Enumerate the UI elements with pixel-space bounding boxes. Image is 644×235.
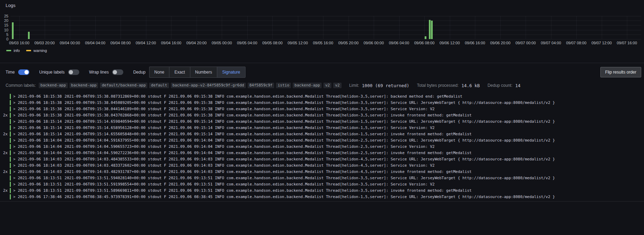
x-axis-tick-label: 09/07 16:00 xyxy=(617,41,637,45)
log-message: 2021-09-06T09:14:03.483372602+00:00 stdo… xyxy=(65,163,435,168)
chart-gridline-h xyxy=(10,39,641,39)
chart-bar-info xyxy=(28,32,30,39)
dedup-option-numbers[interactable]: Numbers xyxy=(190,67,218,77)
x-axis-tick-label: 09/06 12:00 xyxy=(439,41,460,45)
log-message: 2021-09-06T09:15:38.087312869+00:00 stdo… xyxy=(65,94,462,99)
legend-swatch-warning xyxy=(26,50,31,51)
log-row[interactable]: >2021-09-06 18:14:032021-09-06T09:14:03.… xyxy=(0,156,644,162)
log-row[interactable]: >2021-09-06 18:14:032021-09-06T09:14:03.… xyxy=(0,162,644,168)
log-row[interactable]: >2021-09-06 18:15:382021-09-06T09:15:38.… xyxy=(0,93,644,99)
expand-chevron-icon[interactable]: > xyxy=(11,145,18,149)
expand-chevron-icon[interactable]: > xyxy=(11,195,18,199)
dedup-count: 2x xyxy=(0,169,10,174)
expand-chevron-icon[interactable]: > xyxy=(11,176,18,180)
dedup-option-none[interactable]: None xyxy=(149,67,170,77)
expand-chevron-icon[interactable]: > xyxy=(11,157,18,161)
x-axis-tick-label: 09/07 00:00 xyxy=(515,41,536,45)
log-message: 2021-09-06T09:15:14.655605848+00:00 stdo… xyxy=(65,132,472,136)
wrap-lines-option: Wrap lines xyxy=(89,69,123,75)
expand-chevron-icon[interactable]: > xyxy=(11,151,18,155)
expand-chevron-icon[interactable]: > xyxy=(11,101,18,105)
expand-chevron-icon[interactable]: > xyxy=(11,94,18,98)
chart-gridline-v xyxy=(450,16,450,39)
label-chip: default xyxy=(149,83,169,88)
chart-bar-info xyxy=(425,36,426,39)
chart-gridline-h xyxy=(10,30,641,30)
chart-gridline-v xyxy=(95,16,96,39)
log-row[interactable]: 2x>2021-09-06 18:15:382021-09-06T09:15:3… xyxy=(0,112,644,118)
expand-chevron-icon[interactable]: > xyxy=(11,107,18,111)
log-row[interactable]: >2021-09-06 18:14:042021-09-06T09:14:04.… xyxy=(0,137,644,143)
time-toggle[interactable] xyxy=(18,69,29,75)
log-row[interactable]: >2021-09-06 18:13:512021-09-06T09:13:51.… xyxy=(0,181,644,187)
time-option: Time xyxy=(6,69,29,75)
log-row[interactable]: 2x>2021-09-06 18:13:512021-09-06T09:13:5… xyxy=(0,187,644,194)
chart-plot[interactable] xyxy=(10,16,641,39)
toggle-knob xyxy=(113,70,117,74)
log-message: 2021-09-06T09:15:38.043702868+00:00 stdo… xyxy=(65,113,472,118)
x-axis-tick-label: 09/06 20:00 xyxy=(490,41,510,45)
chart-gridline-h xyxy=(10,16,641,16)
dedup-option-signature[interactable]: Signature xyxy=(217,67,245,77)
log-message: 2021-09-06T09:15:14.659840594+00:00 stdo… xyxy=(65,119,555,124)
chart-gridline-v xyxy=(19,16,20,39)
dedup-count: 2x xyxy=(0,132,10,136)
limit-value: 1000 (69 returned) xyxy=(362,83,409,88)
chart-bar-info xyxy=(431,21,433,39)
expand-chevron-icon[interactable]: > xyxy=(11,126,18,130)
log-timestamp: 2021-09-06 18:15:38 xyxy=(18,113,62,118)
unique-labels-toggle-label: Unique labels xyxy=(39,70,65,75)
y-axis-tick-label: 10 xyxy=(4,28,8,32)
x-axis-tick-label: 09/07 12:00 xyxy=(591,41,612,45)
log-row[interactable]: >2021-09-06 18:14:042021-09-06T09:14:04.… xyxy=(0,143,644,150)
log-row[interactable]: 2x>2021-09-06 18:14:042021-09-06T09:14:0… xyxy=(0,150,644,156)
log-row[interactable]: >2021-09-06 18:13:512021-09-06T09:13:51.… xyxy=(0,175,644,181)
log-timestamp: 2021-09-06 18:13:51 xyxy=(18,188,62,193)
log-message: 2021-09-06T09:13:51.594028140+00:00 stdo… xyxy=(65,176,555,180)
expand-chevron-icon[interactable]: > xyxy=(11,132,18,136)
legend-item-info[interactable]: info xyxy=(6,48,20,53)
log-row[interactable]: >2021-09-06 18:15:142021-09-06T09:15:14.… xyxy=(0,124,644,131)
log-row[interactable]: 2x>2021-09-06 18:15:142021-09-06T09:15:1… xyxy=(0,131,644,137)
log-message: 2021-09-06T09:14:03.484385533+00:00 stdo… xyxy=(65,157,555,161)
log-timestamp: 2021-09-06 18:15:14 xyxy=(18,132,62,136)
label-chip: v2 xyxy=(323,83,331,88)
limit-label: Limit: xyxy=(349,83,359,88)
flip-results-order-button[interactable]: Flip results order xyxy=(600,67,641,77)
log-timestamp: 2021-09-06 18:15:38 xyxy=(18,107,62,111)
log-message: 2021-09-06T09:14:03.482931787+00:00 stdo… xyxy=(65,169,472,174)
expand-chevron-icon[interactable]: > xyxy=(11,164,18,167)
x-axis-tick-label: 09/04 12:00 xyxy=(136,41,156,45)
logs-meta-bar: Common labels: backend-appbackend-appdef… xyxy=(6,83,520,88)
expand-chevron-icon[interactable]: > xyxy=(11,170,18,174)
log-row[interactable]: >2021-09-06 17:38:462021-09-06T08:38:45.… xyxy=(0,194,644,200)
expand-chevron-icon[interactable]: > xyxy=(11,189,18,192)
toggle-knob xyxy=(69,70,73,74)
legend-item-warning[interactable]: warning xyxy=(26,48,47,53)
dedup-option-exact[interactable]: Exact xyxy=(169,67,190,77)
log-row[interactable]: >2021-09-06 18:15:382021-09-06T09:15:38.… xyxy=(0,99,644,106)
log-row[interactable]: >2021-09-06 18:15:142021-09-06T09:15:14.… xyxy=(0,118,644,124)
log-timestamp: 2021-09-06 18:14:04 xyxy=(18,144,62,149)
x-axis-tick-label: 09/04 00:00 xyxy=(60,41,80,45)
legend-swatch-info xyxy=(6,50,11,51)
x-axis-tick-label: 09/05 04:00 xyxy=(237,41,257,45)
log-row[interactable]: 2x>2021-09-06 18:14:032021-09-06T09:14:0… xyxy=(0,168,644,175)
wrap-lines-toggle[interactable] xyxy=(112,69,123,75)
section-divider xyxy=(0,201,644,202)
x-axis-tick-label: 09/03 16:00 xyxy=(9,41,29,45)
expand-chevron-icon[interactable]: > xyxy=(11,182,18,186)
expand-chevron-icon[interactable]: > xyxy=(11,138,18,142)
label-chip: backend-app-v2-84f5859c9f-gr6dd xyxy=(171,83,246,88)
dedup-count-value: 14 xyxy=(515,83,520,88)
chart-gridline-v xyxy=(500,16,501,39)
wrap-lines-toggle-label: Wrap lines xyxy=(89,70,109,75)
log-message: 2021-09-06T09:13:51.591998554+00:00 stdo… xyxy=(65,182,435,187)
unique-labels-toggle[interactable] xyxy=(68,69,79,75)
log-timestamp: 2021-09-06 18:15:14 xyxy=(18,119,62,124)
expand-chevron-icon[interactable]: > xyxy=(11,120,18,123)
log-row[interactable]: >2021-09-06 18:15:382021-09-06T09:15:38.… xyxy=(0,106,644,112)
y-axis-tick-label: 15 xyxy=(4,23,8,27)
expand-chevron-icon[interactable]: > xyxy=(11,113,18,117)
log-message: 2021-09-06T08:38:45.973978391+00:00 stdo… xyxy=(65,195,555,199)
